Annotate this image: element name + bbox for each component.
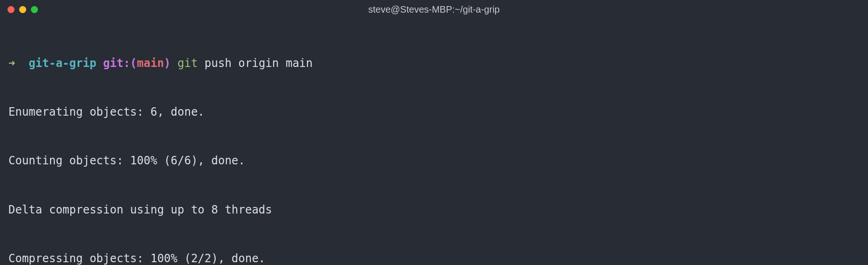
prompt-paren-close: ) xyxy=(164,57,170,70)
maximize-icon[interactable] xyxy=(31,6,38,13)
terminal-output-area[interactable]: ➜ git-a-grip git:(main) git push origin … xyxy=(0,19,868,265)
minimize-icon[interactable] xyxy=(19,6,26,13)
prompt-directory: git-a-grip xyxy=(29,57,96,70)
close-icon[interactable] xyxy=(7,6,15,13)
command-args: push origin main xyxy=(198,57,313,70)
prompt-git-label: git: xyxy=(103,57,130,70)
output-line: Delta compression using up to 8 threads xyxy=(8,202,860,218)
prompt-paren-open: ( xyxy=(130,57,137,70)
command-git: git xyxy=(177,57,197,70)
prompt-arrow-icon: ➜ xyxy=(8,57,15,70)
traffic-lights xyxy=(7,6,38,13)
output-line: Counting objects: 100% (6/6), done. xyxy=(8,153,860,169)
window-titlebar: steve@Steves-MBP:~/git-a-grip xyxy=(0,0,868,19)
prompt-line: ➜ git-a-grip git:(main) git push origin … xyxy=(8,55,860,72)
prompt-branch: main xyxy=(137,57,164,70)
output-line: Enumerating objects: 6, done. xyxy=(8,104,860,120)
output-line: Compressing objects: 100% (2/2), done. xyxy=(8,250,860,265)
window-title: steve@Steves-MBP:~/git-a-grip xyxy=(368,3,500,16)
